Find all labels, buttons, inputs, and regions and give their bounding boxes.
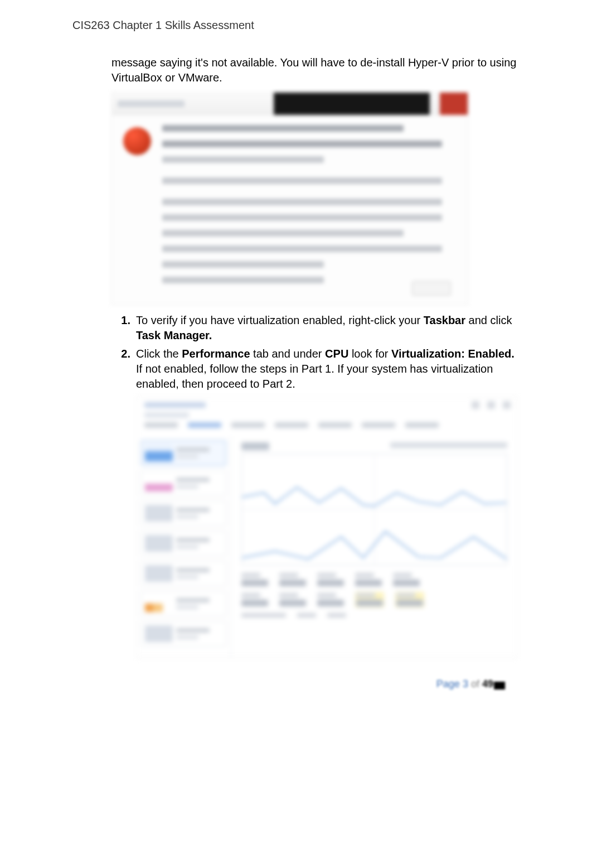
step-number: 2.: [111, 346, 130, 392]
virtualization-highlight: [355, 592, 384, 607]
step-text: To verify if you have virtualization ena…: [136, 313, 520, 343]
perf-sidebar: [137, 436, 231, 658]
step-number: 1.: [111, 313, 130, 343]
task-manager-figure: [136, 396, 518, 658]
window-controls: [472, 401, 511, 409]
ok-button: [412, 281, 451, 296]
close-icon: [440, 93, 468, 115]
error-icon: [123, 127, 151, 155]
intro-paragraph: message saying it's not available. You w…: [111, 55, 520, 85]
error-dialog-figure: [111, 92, 468, 305]
step-1: 1. To verify if you have virtualization …: [111, 313, 520, 343]
page-header: CIS263 Chapter 1 Skills Assessment: [72, 19, 520, 32]
cpu-chart: [241, 454, 507, 565]
step-text: Click the Performance tab and under CPU …: [136, 346, 520, 392]
step-2: 2. Click the Performance tab and under C…: [111, 346, 520, 392]
page-footer: Page 3 of 49: [436, 678, 505, 690]
